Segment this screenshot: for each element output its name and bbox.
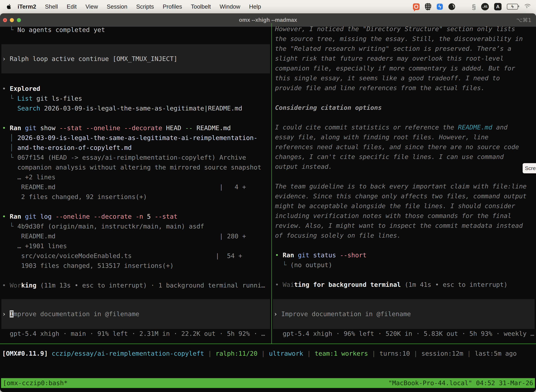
- agent-transcript-left: • Explored └ List git ls-files Search 20…: [2, 84, 265, 290]
- terminal-line: I could cite commit statistics or refere…: [275, 122, 526, 132]
- terminal-line: references need actual files, and since …: [275, 142, 526, 152]
- terminal-line: • Ran git log --oneline --decorate -n 5 …: [2, 212, 265, 221]
- timer-badge-icon[interactable]: ..61: [481, 3, 489, 10]
- terminal-line: [2, 271, 265, 280]
- menu-item-window[interactable]: Window: [215, 3, 245, 10]
- ralph-loop-banner: › Ralph loop active continue [OMX_TMUX_I…: [1, 44, 270, 73]
- terminal-line: • Ran git show --stat --oneline --decora…: [2, 123, 265, 133]
- terminal: └ No agents completed yet › Ralph loop a…: [0, 13, 536, 392]
- grid-dots-icon[interactable]: [460, 4, 467, 10]
- terminal-line: of focusing solely on file lines.: [275, 231, 526, 240]
- terminal-line: › Ralph loop active continue [OMX_TMUX_I…: [1, 54, 270, 64]
- terminal-line: evidence. Since this change only affects…: [275, 191, 526, 201]
- menu-item-edit[interactable]: Edit: [62, 3, 81, 10]
- terminal-line: gpt-5.4 xhigh · 96% left · 520K in · 5.8…: [275, 329, 534, 339]
- terminal-line: companion file, especially if more comme…: [275, 63, 526, 73]
- screen-tooltip[interactable]: Scre: [523, 163, 536, 173]
- terminal-line: │ and-the-erosion-of-copyleft.md: [2, 143, 265, 153]
- terminal-line: provide file and line references from th…: [275, 83, 526, 93]
- right-terminal-pane[interactable]: However, I noticed the "Directory Struct…: [272, 13, 536, 379]
- menu-bar-left: iTerm2ShellEditViewSessionScriptsProfile…: [0, 3, 265, 10]
- status-separator: [0, 344, 536, 344]
- terminal-line: │ 2026-03-09-is-legal-the-same-as-legiti…: [2, 133, 265, 143]
- terminal-line: [275, 112, 526, 122]
- terminal-line: • Explored: [2, 84, 265, 93]
- terminal-line: [2, 202, 265, 212]
- terminal-line: 2 files changed, 92 insertions(+): [2, 192, 265, 202]
- menu-item-profiles[interactable]: Profiles: [158, 3, 187, 10]
- terminal-line: • Waiting for background terminal (1m 41…: [275, 280, 526, 289]
- terminal-line: src/voice/voiceModeEnabled.ts | 54 +: [2, 251, 265, 261]
- terminal-line: [275, 240, 526, 250]
- prompt-input-right[interactable]: › Improve documentation in @filename: [273, 299, 535, 329]
- wifi-icon[interactable]: [523, 4, 531, 9]
- menu-items: iTerm2ShellEditViewSessionScriptsProfile…: [15, 3, 265, 10]
- terminal-line: this single essay, it seems like a good …: [275, 73, 526, 83]
- terminal-line: └ List git ls-files: [2, 93, 265, 103]
- terminal-line: Considering citation options: [275, 103, 526, 112]
- screen: { "menu_bar": { "menus": ["iTerm2", "She…: [0, 0, 536, 392]
- shield-grid-icon[interactable]: [425, 3, 431, 10]
- session-stats-left: gpt-5.4 xhigh · main · 91% left · 2.31M …: [2, 329, 265, 339]
- terminal-line: [275, 93, 526, 103]
- terminal-line: gpt-5.4 xhigh · main · 91% left · 2.31M …: [2, 329, 265, 339]
- prompt-input-left[interactable]: › Improve documentation in @filename: [1, 299, 270, 329]
- terminal-line: README.md | 4 +: [2, 182, 265, 192]
- battery-icon[interactable]: ϟ: [507, 4, 518, 10]
- terminal-line: the "Related research writing" section i…: [275, 44, 526, 54]
- terminal-line: └ (no output): [275, 260, 526, 270]
- menu-item-shell[interactable]: Shell: [41, 3, 62, 10]
- terminal-line: output instead.: [275, 162, 526, 172]
- apple-menu-icon[interactable]: [6, 3, 13, 10]
- tmux-session-label: [omx-cczip0:bash*: [3, 378, 67, 388]
- menu-item-help[interactable]: Help: [245, 3, 265, 10]
- terminal-line: review. Also, I might want to inspect th…: [275, 221, 526, 231]
- terminal-line: [275, 172, 526, 182]
- terminal-line: changes, I can't cite specific file line…: [275, 152, 526, 162]
- terminal-line: the source tree, missing the essay. Stil…: [275, 34, 526, 44]
- bolt-badge-icon[interactable]: ϟ: [436, 3, 443, 10]
- terminal-line: README.md | 280 +: [2, 231, 265, 241]
- pane-divider[interactable]: [271, 23, 272, 344]
- terminal-line: … +1901 lines: [2, 241, 265, 251]
- terminal-line: slight risk that future readers may over…: [275, 54, 526, 63]
- tmux-status-bar: [omx-cczip0:bash* "MacBook-Pro-44.local"…: [1, 378, 535, 388]
- terminal-line: "MacBook-Pro-44.local" 04:52 31-Mar-26: [388, 378, 533, 388]
- tmux-host-clock: "MacBook-Pro-44.local" 04:52 31-Mar-26: [388, 378, 533, 388]
- terminal-line: • Ran git status --short: [275, 250, 526, 260]
- menu-item-view[interactable]: View: [81, 3, 102, 10]
- a-square-icon[interactable]: A: [494, 3, 502, 10]
- macos-menu-bar: iTerm2ShellEditViewSessionScriptsProfile…: [0, 0, 536, 13]
- chat-app-icon[interactable]: [413, 3, 420, 10]
- terminal-line: • Working (11m 13s • esc to interrupt) ·…: [2, 280, 265, 290]
- agents-status-line: └ No agents completed yet: [2, 25, 105, 35]
- menu-item-scripts[interactable]: Scripts: [132, 3, 158, 10]
- terminal-line: essay file, along with finding root file…: [275, 132, 526, 142]
- session-stats-right: gpt-5.4 xhigh · 96% left · 520K in · 5.8…: [275, 329, 534, 339]
- terminal-line: └ 067f154 (HEAD -> essay/ai-reimplementa…: [2, 153, 265, 163]
- terminal-line: [OMX#0.11.9] cczip/essay/ai-reimplementa…: [2, 349, 517, 359]
- terminal-line: 1903 files changed, 513517 insertions(+): [2, 261, 265, 271]
- terminal-line: … +2 lines: [2, 172, 265, 182]
- omx-status-bar: [OMX#0.11.9] cczip/essay/ai-reimplementa…: [2, 349, 517, 359]
- menu-bar-status-icons: ϟ § ..61 A ϟ: [413, 3, 536, 10]
- menu-item-toolbelt[interactable]: Toolbelt: [187, 3, 215, 10]
- terminal-line: [omx-cczip0:bash*: [3, 378, 67, 388]
- terminal-line: might be acceptable alongside the file l…: [275, 201, 526, 211]
- terminal-line: └ 4b9d30f (origin/main, instructkr/main,…: [2, 221, 265, 231]
- menu-item-session[interactable]: Session: [102, 3, 132, 10]
- terminal-line: The team guideline is to back every impo…: [275, 182, 526, 191]
- terminal-line: However, I noticed the "Directory Struct…: [275, 24, 526, 34]
- terminal-line: [275, 270, 526, 280]
- squiggle-icon[interactable]: §: [472, 3, 476, 10]
- terminal-line: › Improve documentation in @filename: [273, 309, 535, 319]
- terminal-line: Search 2026-03-09-is-legal-the-same-as-l…: [2, 103, 265, 113]
- menu-item-iterm2[interactable]: iTerm2: [15, 3, 41, 10]
- terminal-line: companion analysis without altering the …: [2, 163, 265, 172]
- agent-transcript-right: However, I noticed the "Directory Struct…: [275, 24, 526, 289]
- terminal-line: └ No agents completed yet: [2, 25, 105, 35]
- terminal-line: › Improve documentation in @filename: [1, 309, 270, 319]
- arc-browser-icon[interactable]: [448, 3, 455, 10]
- left-terminal-pane[interactable]: └ No agents completed yet › Ralph loop a…: [0, 13, 271, 379]
- iterm2-window: omx --xhigh --madmax ⌥⌘1 └ No agents com…: [0, 13, 536, 392]
